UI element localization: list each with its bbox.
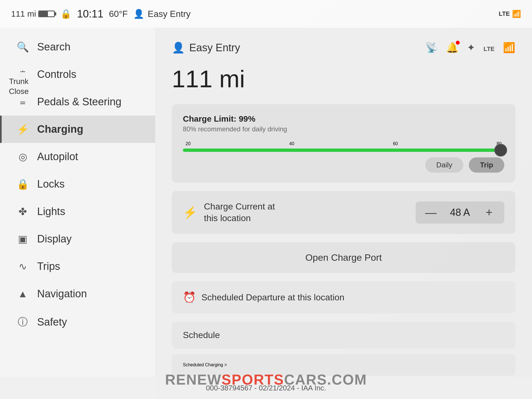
sidebar-item-locks[interactable]: 🔒 Locks: [0, 170, 155, 198]
watermark-cars: CARS.COM: [284, 372, 367, 388]
lte-header-icon: LTE: [484, 42, 495, 53]
schedule-area[interactable]: Schedule: [172, 322, 515, 349]
trips-icon: ∿: [17, 261, 29, 272]
charge-current-value: 48 A: [446, 207, 474, 218]
sidebar-item-label: Trips: [37, 260, 60, 272]
locks-icon: 🔒: [17, 178, 29, 190]
slider-label-60: 60: [393, 141, 398, 146]
trip-button[interactable]: Trip: [469, 157, 504, 173]
sidebar-item-label: Navigation: [37, 288, 87, 300]
scheduled-charging-label: Scheduled Charging >: [183, 362, 227, 367]
profile-icon: 👤: [133, 9, 144, 19]
charge-port-label: Open Charge Port: [305, 252, 382, 263]
sidebar-item-label: Autopilot: [37, 151, 78, 163]
lock-status-icon: 🔒: [60, 9, 71, 19]
sidebar-item-trips[interactable]: ∿ Trips: [0, 253, 155, 280]
header-icons: 📡 🔔 ✦ LTE 📶: [425, 42, 515, 53]
battery-bar: [38, 11, 55, 17]
sidebar-item-label: Controls: [37, 68, 76, 80]
wifi-icon[interactable]: 📡: [425, 42, 438, 53]
sidebar-item-label: Charging: [37, 123, 83, 135]
slider-buttons: Daily Trip: [183, 157, 504, 173]
battery-indicator: 111 mi: [11, 9, 55, 19]
charge-current-section: ⚡ Charge Current atthis location — 48 A …: [172, 191, 515, 234]
slider-fill: [183, 149, 501, 152]
battery-fill: [39, 11, 48, 16]
sidebar-item-label: Safety: [37, 316, 67, 328]
autopilot-icon: ◎: [17, 151, 29, 163]
charge-current-label: Charge Current atthis location: [204, 201, 275, 224]
sidebar-item-label: Display: [37, 233, 72, 245]
lte-text: LTE: [484, 45, 495, 52]
bluetooth-icon[interactable]: ✦: [467, 42, 475, 53]
wifi-symbol: 📡: [425, 42, 438, 53]
signal-icon: 📶: [512, 10, 521, 18]
navigation-icon: ▲: [17, 288, 29, 300]
main-content: 👤 Easy Entry 📡 🔔 ✦ LTE 📶 111 mi Char: [155, 28, 532, 399]
sidebar-item-label: Locks: [37, 178, 65, 190]
sidebar-item-lights[interactable]: ✤ Lights: [0, 198, 155, 225]
profile-header: 👤 Easy Entry: [172, 42, 240, 54]
sidebar-item-autopilot[interactable]: ◎ Autopilot: [0, 143, 155, 170]
charge-recommend: 80% recommended for daily driving: [183, 125, 504, 133]
range-display: 111 mi: [172, 65, 515, 93]
bell-icon[interactable]: 🔔: [446, 42, 459, 53]
scheduled-departure-section[interactable]: ⏰ Scheduled Departure at this location: [172, 281, 515, 313]
notification-dot: [456, 41, 460, 45]
daily-button[interactable]: Daily: [425, 157, 464, 173]
search-icon: [17, 41, 29, 53]
sidebar-item-label: Lights: [37, 206, 65, 218]
sidebar-item-display[interactable]: ▣ Display: [0, 225, 155, 253]
status-bar-left: 111 mi 🔒 10:11 60°F 👤 Easy Entry: [11, 8, 191, 20]
signal-header-icon: 📶: [503, 42, 515, 53]
scheduled-departure-icon: ⏰: [183, 291, 196, 303]
profile-section[interactable]: 👤 Easy Entry: [133, 9, 191, 19]
bluetooth-symbol: ✦: [467, 42, 475, 53]
increase-charge-button[interactable]: +: [482, 206, 496, 219]
signal-symbol: 📶: [503, 42, 515, 53]
watermark-brand: RENEWSPORTSCARS.COM: [165, 371, 367, 388]
lights-icon: ✤: [17, 206, 29, 218]
slider-labels: 20 40 60 80: [183, 141, 504, 146]
sidebar-item-charging[interactable]: ⚡ Charging: [0, 116, 155, 143]
charge-current-control: — 48 A +: [416, 201, 504, 224]
decrease-charge-button[interactable]: —: [424, 206, 438, 219]
slider-label-40: 40: [289, 141, 294, 146]
charge-current-left: ⚡ Charge Current atthis location: [183, 201, 275, 224]
charge-slider-container: 20 40 60 80: [183, 141, 504, 152]
status-bar-right: LTE 📶: [499, 10, 521, 18]
sidebar-item-navigation[interactable]: ▲ Navigation: [0, 280, 155, 308]
content-header: 👤 Easy Entry 📡 🔔 ✦ LTE 📶: [172, 42, 515, 54]
trunk-close-button[interactable]: TrunkClose: [3, 72, 35, 101]
charging-icon: ⚡: [17, 124, 29, 135]
sidebar-item-search[interactable]: Search: [0, 33, 155, 61]
slider-thumb[interactable]: [494, 144, 507, 157]
range-value: 111 mi: [11, 9, 36, 19]
time-display: 10:11: [77, 8, 103, 20]
lte-badge: LTE: [499, 10, 510, 17]
profile-header-icon: 👤: [172, 42, 185, 54]
profile-header-label: Easy Entry: [189, 42, 240, 54]
watermark-renew: RENEW: [165, 372, 222, 388]
display-icon: ▣: [17, 233, 29, 245]
charge-limit-section: Charge Limit: 99% 80% recommended for da…: [172, 104, 515, 183]
schedule-label: Schedule: [183, 330, 220, 340]
sidebar-item-label: Search: [37, 41, 70, 53]
safety-icon: ⓘ: [17, 315, 29, 329]
sidebar-item-safety[interactable]: ⓘ Safety: [0, 308, 155, 337]
watermark-sports: SPORTS: [221, 372, 284, 388]
watermark: RENEWSPORTSCARS.COM: [165, 371, 367, 388]
temp-display: 60°F: [109, 9, 128, 19]
sidebar-item-label: Pedals & Steering: [37, 96, 121, 108]
profile-label: Easy Entry: [148, 9, 191, 19]
open-charge-port-button[interactable]: Open Charge Port: [172, 242, 515, 273]
charge-limit-label: Charge Limit: 99%: [183, 114, 504, 124]
charge-slider-track[interactable]: [183, 149, 504, 152]
slider-label-20: 20: [186, 141, 191, 146]
charge-current-icon: ⚡: [183, 206, 197, 219]
status-bar: 111 mi 🔒 10:11 60°F 👤 Easy Entry LTE 📶: [0, 0, 532, 28]
scheduled-departure-label: Scheduled Departure at this location: [201, 292, 344, 303]
